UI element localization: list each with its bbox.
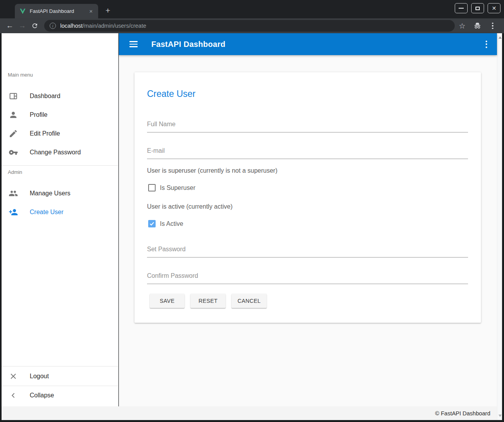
full-name-input[interactable] <box>147 119 468 132</box>
scrollbar-down-arrow[interactable] <box>497 413 502 418</box>
reload-button[interactable] <box>29 20 41 32</box>
save-button[interactable]: SAVE <box>150 294 185 308</box>
dashboard-icon <box>9 91 18 101</box>
set-password-input[interactable] <box>147 244 468 257</box>
window-controls: ✕ <box>455 3 500 13</box>
is-active-checkbox-row[interactable]: Is Active <box>148 220 183 227</box>
new-tab-button[interactable]: + <box>102 5 113 16</box>
close-window-button[interactable]: ✕ <box>488 3 500 13</box>
person-add-icon <box>9 207 18 217</box>
is-active-checkbox[interactable] <box>148 220 156 227</box>
reload-icon <box>31 22 38 29</box>
maximize-button[interactable] <box>471 3 484 13</box>
address-bar[interactable]: i localhost/main/admin/users/create <box>44 20 455 32</box>
form-buttons: SAVE RESET CANCEL <box>150 294 267 308</box>
sidebar-item-label: Logout <box>30 373 49 380</box>
back-button[interactable]: ← <box>4 20 16 32</box>
sidebar-divider <box>2 366 118 367</box>
person-icon <box>9 110 18 120</box>
browser-titlebar: FastAPI Dashboard × + ✕ <box>0 0 504 18</box>
site-info-icon[interactable]: i <box>50 23 56 29</box>
email-input[interactable] <box>147 146 468 159</box>
url-path: /main/admin/users/create <box>83 23 146 29</box>
sidebar-item-label: Edit Profile <box>30 130 60 137</box>
sidebar-section-main-menu: Main menu <box>8 72 33 78</box>
active-hint: User is active (currently active) <box>147 203 233 210</box>
sidebar-item-edit-profile[interactable]: Edit Profile <box>2 124 118 143</box>
people-icon <box>9 189 18 198</box>
appbar-title: FastAPI Dashboard <box>151 40 226 49</box>
sidebar-item-profile[interactable]: Profile <box>2 106 118 124</box>
bookmark-star-icon[interactable]: ☆ <box>456 20 468 32</box>
confirm-password-input[interactable] <box>147 271 468 284</box>
sidebar-section-admin: Admin <box>8 169 22 175</box>
kebab-menu-icon <box>492 23 493 29</box>
tab-title: FastAPI Dashboard <box>30 8 88 14</box>
appbar: FastAPI Dashboard <box>119 33 497 55</box>
superuser-hint: User is superuser (currently is not a su… <box>147 167 277 174</box>
is-superuser-checkbox-row[interactable]: Is Superuser <box>148 184 196 191</box>
close-x-icon <box>9 372 18 381</box>
appbar-kebab-menu-icon[interactable] <box>486 41 487 48</box>
copyright-text: © FastAPI Dashboard <box>435 410 490 417</box>
sidebar-item-label: Collapse <box>30 392 54 399</box>
key-icon <box>9 148 18 157</box>
browser-toolbar: ← → i localhost/main/admin/users/create … <box>0 18 504 33</box>
sidebar-item-label: Profile <box>30 111 47 118</box>
sidebar-item-manage-users[interactable]: Manage Users <box>2 184 118 203</box>
sidebar-item-label: Manage Users <box>30 190 70 197</box>
vue-favicon-icon <box>20 8 26 14</box>
browser-window: FastAPI Dashboard × + ✕ ← → i localhost/… <box>0 0 504 422</box>
sidebar-item-label: Create User <box>30 209 63 216</box>
reset-button[interactable]: RESET <box>190 294 226 308</box>
sidebar-item-label: Change Password <box>30 149 81 156</box>
is-superuser-label: Is Superuser <box>160 184 196 191</box>
incognito-icon <box>472 20 483 32</box>
browser-menu-button[interactable] <box>487 20 499 32</box>
browser-tab[interactable]: FastAPI Dashboard × <box>15 4 98 18</box>
check-icon <box>149 221 155 227</box>
hamburger-menu-icon[interactable] <box>128 39 138 49</box>
is-superuser-checkbox[interactable] <box>148 184 156 191</box>
create-user-card: Create User User is superuser (currently… <box>135 72 481 323</box>
url-text: localhost/main/admin/users/create <box>60 23 146 29</box>
page-footer: © FastAPI Dashboard <box>2 406 502 420</box>
sidebar: Main menu Dashboard Profile Edit Profile… <box>2 33 118 406</box>
is-active-label: Is Active <box>160 220 183 227</box>
page-title: Create User <box>147 89 196 99</box>
url-host: localhost <box>60 23 83 29</box>
toolbar-right-icons: ☆ <box>456 20 504 32</box>
pencil-icon <box>9 129 18 138</box>
sidebar-item-logout[interactable]: Logout <box>2 367 118 386</box>
sidebar-divider <box>2 165 118 166</box>
sidebar-item-create-user[interactable]: Create User <box>2 203 118 222</box>
minimize-button[interactable] <box>455 3 468 13</box>
sidebar-item-collapse[interactable]: Collapse <box>2 386 118 405</box>
sidebar-item-change-password[interactable]: Change Password <box>2 143 118 162</box>
cancel-button[interactable]: CANCEL <box>231 294 267 308</box>
chevron-left-icon <box>9 391 18 400</box>
main-content: FastAPI Dashboard Create User User is su… <box>119 33 497 406</box>
tab-close-icon[interactable]: × <box>88 7 94 15</box>
sidebar-item-label: Dashboard <box>30 93 60 100</box>
scrollbar-up-arrow[interactable] <box>497 35 502 40</box>
forward-button[interactable]: → <box>16 20 29 32</box>
page-scrollbar[interactable] <box>497 33 502 420</box>
sidebar-item-dashboard[interactable]: Dashboard <box>2 87 118 106</box>
